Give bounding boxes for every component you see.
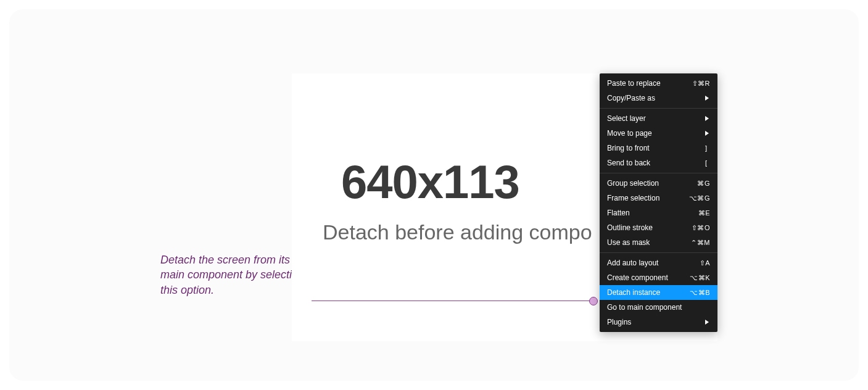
context-menu-item-label: Bring to front bbox=[607, 144, 650, 152]
context-menu-group: Add auto layout⇧ACreate component⌥⌘KDeta… bbox=[600, 253, 717, 332]
context-menu-item-shortcut: ⌘G bbox=[697, 180, 710, 188]
context-menu-item-outline-stroke[interactable]: Outline stroke⇧⌘O bbox=[600, 220, 717, 235]
context-menu-item-create-component[interactable]: Create component⌥⌘K bbox=[600, 270, 717, 285]
context-menu-item-shortcut: ⌥⌘B bbox=[690, 289, 710, 297]
context-menu-item-label: Paste to replace bbox=[607, 79, 661, 88]
context-menu-item-frame-selection[interactable]: Frame selection⌥⌘G bbox=[600, 191, 717, 205]
annotation-pointer-line bbox=[312, 301, 592, 302]
context-menu-item-shortcut: ⌃⌘M bbox=[691, 239, 710, 247]
context-menu-group: Select layerMove to pageBring to front]S… bbox=[600, 109, 717, 173]
context-menu-item-label: Create component bbox=[607, 273, 668, 282]
context-menu-group: Group selection⌘GFrame selection⌥⌘GFlatt… bbox=[600, 173, 717, 252]
context-menu-item-send-to-back[interactable]: Send to back[ bbox=[600, 156, 717, 170]
chevron-right-icon bbox=[705, 96, 710, 101]
chevron-right-icon bbox=[705, 116, 710, 121]
context-menu-item-label: Select layer bbox=[607, 114, 646, 123]
documentation-card: Detach the screen from its main componen… bbox=[9, 9, 859, 381]
context-menu-item-label: Flatten bbox=[607, 209, 630, 217]
context-menu-item-copy-paste-as[interactable]: Copy/Paste as bbox=[600, 91, 717, 106]
context-menu-item-shortcut: ⌘E bbox=[698, 209, 710, 217]
context-menu-item-shortcut: ⇧⌘R bbox=[692, 80, 710, 88]
context-menu-item-label: Move to page bbox=[607, 129, 652, 138]
context-menu-item-shortcut: ⌥⌘K bbox=[690, 274, 710, 282]
context-menu-item-shortcut: ⌥⌘G bbox=[689, 194, 710, 202]
context-menu-item-shortcut: [ bbox=[705, 159, 710, 167]
context-menu-item-go-to-main-component[interactable]: Go to main component bbox=[600, 300, 717, 315]
context-menu-item-select-layer[interactable]: Select layer bbox=[600, 111, 717, 126]
context-menu-item-label: Use as mask bbox=[607, 238, 650, 247]
context-menu-item-add-auto-layout[interactable]: Add auto layout⇧A bbox=[600, 255, 717, 270]
context-menu-item-paste-to-replace[interactable]: Paste to replace⇧⌘R bbox=[600, 76, 717, 91]
canvas-dimensions-text: 640x113 bbox=[341, 155, 519, 209]
context-menu-item-shortcut: ] bbox=[705, 144, 710, 152]
context-menu-item-flatten[interactable]: Flatten⌘E bbox=[600, 205, 717, 220]
context-menu-item-label: Outline stroke bbox=[607, 223, 653, 232]
annotation-pointer-dot bbox=[589, 297, 598, 305]
context-menu-item-group-selection[interactable]: Group selection⌘G bbox=[600, 176, 717, 191]
annotation-text: Detach the screen from its main componen… bbox=[160, 252, 308, 297]
context-menu-item-detach-instance[interactable]: Detach instance⌥⌘B bbox=[600, 285, 717, 300]
context-menu-item-label: Send to back bbox=[607, 159, 650, 167]
context-menu-item-shortcut: ⇧A bbox=[700, 259, 710, 267]
context-menu-item-bring-to-front[interactable]: Bring to front] bbox=[600, 141, 717, 156]
context-menu-item-move-to-page[interactable]: Move to page bbox=[600, 126, 717, 141]
context-menu-item-label: Add auto layout bbox=[607, 259, 658, 267]
chevron-right-icon bbox=[705, 320, 710, 325]
context-menu-item-plugins[interactable]: Plugins bbox=[600, 315, 717, 330]
context-menu-item-use-as-mask[interactable]: Use as mask⌃⌘M bbox=[600, 235, 717, 250]
context-menu-item-label: Go to main component bbox=[607, 303, 682, 312]
context-menu-item-label: Copy/Paste as bbox=[607, 94, 655, 102]
context-menu-item-label: Plugins bbox=[607, 318, 631, 326]
context-menu[interactable]: Paste to replace⇧⌘RCopy/Paste asSelect l… bbox=[600, 73, 717, 332]
context-menu-item-label: Detach instance bbox=[607, 288, 660, 297]
chevron-right-icon bbox=[705, 131, 710, 136]
context-menu-group: Paste to replace⇧⌘RCopy/Paste as bbox=[600, 73, 717, 108]
canvas-subtitle-text: Detach before adding compo bbox=[323, 220, 592, 244]
context-menu-item-shortcut: ⇧⌘O bbox=[692, 224, 710, 232]
context-menu-item-label: Group selection bbox=[607, 179, 659, 188]
context-menu-item-label: Frame selection bbox=[607, 194, 659, 202]
